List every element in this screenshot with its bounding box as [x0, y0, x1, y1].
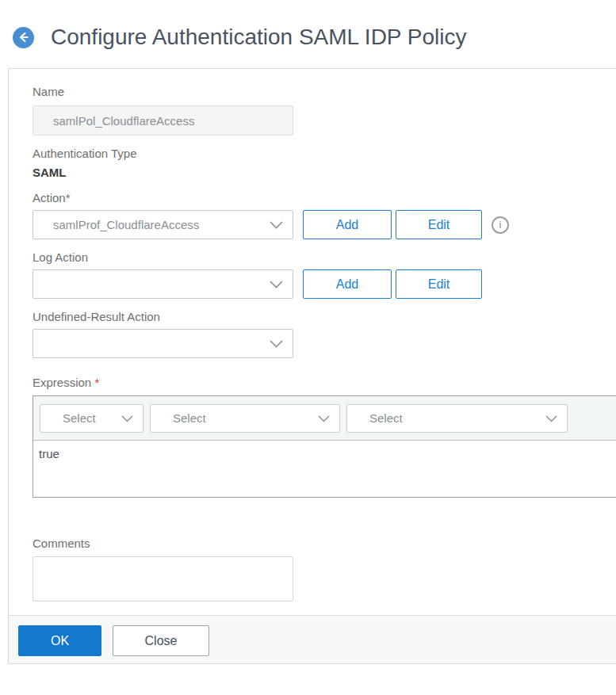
undefined-result-action-label: Undefined-Result Action: [33, 311, 616, 323]
chevron-down-icon: [270, 337, 283, 350]
configure-saml-idp-policy-page: Configure Authentication SAML IDP Policy…: [0, 0, 616, 695]
action-select[interactable]: samlProf_CloudflareAccess: [33, 210, 293, 239]
page-title: Configure Authentication SAML IDP Policy: [51, 24, 467, 51]
expression-select-2[interactable]: Select: [150, 404, 340, 433]
undefined-result-action-row: [33, 329, 616, 358]
ok-button[interactable]: OK: [18, 625, 101, 656]
action-label: Action*: [33, 192, 616, 204]
expression-select-1-value: Select: [63, 411, 96, 425]
expression-label: Expression *: [33, 376, 616, 389]
authentication-type-value: SAML: [33, 166, 616, 179]
action-select-value: samlProf_CloudflareAccess: [53, 218, 199, 231]
chevron-down-icon: [121, 411, 133, 425]
expression-toolbar: Select Select Select: [33, 396, 616, 441]
log-action-select[interactable]: [33, 269, 293, 299]
page-header: Configure Authentication SAML IDP Policy: [0, 0, 616, 51]
comments-label: Comments: [33, 537, 616, 550]
log-action-row: Add Edit: [33, 269, 616, 299]
info-icon[interactable]: i: [492, 216, 509, 234]
chevron-down-icon: [545, 411, 557, 425]
expression-select-1[interactable]: Select: [40, 404, 143, 433]
required-asterisk: *: [94, 376, 99, 389]
expression-label-text: Expression: [33, 376, 91, 389]
expression-select-2-value: Select: [173, 411, 206, 425]
comments-textarea[interactable]: [33, 556, 293, 601]
expression-select-3-value: Select: [369, 411, 403, 425]
authentication-type-label: Authentication Type: [33, 147, 616, 160]
action-edit-button[interactable]: Edit: [396, 210, 482, 239]
undefined-result-action-select[interactable]: [33, 329, 293, 358]
chevron-down-icon: [270, 218, 283, 231]
form-panel: Name Authentication Type SAML Action* sa…: [8, 68, 616, 664]
action-row: samlProf_CloudflareAccess Add Edit i: [33, 210, 616, 239]
close-button[interactable]: Close: [113, 625, 209, 656]
log-action-edit-button[interactable]: Edit: [396, 269, 482, 299]
back-button[interactable]: [13, 27, 34, 48]
name-label: Name: [33, 86, 616, 98]
log-action-add-button[interactable]: Add: [303, 269, 392, 299]
form-footer: OK Close: [9, 615, 616, 663]
chevron-down-icon: [270, 277, 283, 291]
form-content: Name Authentication Type SAML Action* sa…: [9, 69, 616, 601]
expression-editor: Select Select Select: [33, 395, 616, 498]
expression-select-3[interactable]: Select: [346, 404, 568, 433]
name-input[interactable]: [33, 105, 293, 136]
action-add-button[interactable]: Add: [303, 210, 392, 239]
chevron-down-icon: [318, 411, 330, 425]
log-action-label: Log Action: [33, 251, 616, 264]
expression-textarea[interactable]: true: [33, 441, 616, 497]
arrow-left-icon: [17, 32, 29, 42]
